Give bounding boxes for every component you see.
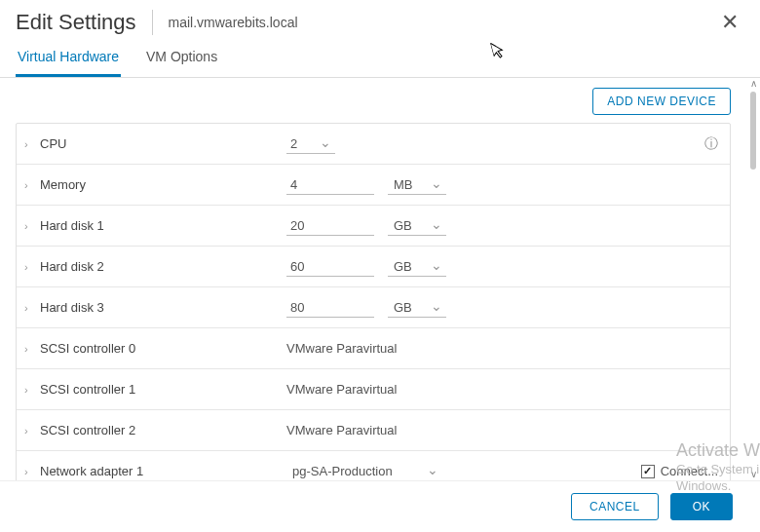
hd3-label: Hard disk 3	[38, 300, 286, 315]
memory-unit[interactable]: MB	[388, 175, 446, 195]
hd2-value[interactable]	[286, 257, 374, 277]
cpu-value[interactable]	[286, 134, 335, 154]
cancel-button[interactable]: CANCEL	[571, 493, 659, 520]
add-new-device-button[interactable]: ADD NEW DEVICE	[592, 88, 731, 115]
dialog-subtitle: mail.vmwarebits.local	[169, 15, 298, 30]
header-divider	[152, 10, 153, 35]
scrollbar[interactable]: ∧ ∨	[748, 78, 758, 480]
device-grid: › CPU ⓘ › Memory MB ›	[16, 123, 731, 480]
chevron-right-icon[interactable]: ›	[24, 138, 38, 150]
row-scsi0: › SCSI controller 0 VMware Paravirtual	[17, 328, 730, 369]
ok-button[interactable]: OK	[670, 493, 733, 520]
net1-connect-checkbox[interactable]	[641, 465, 655, 478]
chevron-right-icon[interactable]: ›	[24, 466, 38, 477]
hd2-label: Hard disk 2	[38, 259, 286, 274]
row-scsi1: › SCSI controller 1 VMware Paravirtual	[17, 369, 730, 410]
row-net1: › Network adapter 1 pg-SA-Production Con…	[17, 451, 730, 480]
scsi1-text: VMware Paravirtual	[286, 382, 397, 397]
hd1-label: Hard disk 1	[38, 218, 286, 233]
scsi2-text: VMware Paravirtual	[286, 423, 397, 437]
chevron-right-icon[interactable]: ›	[24, 384, 38, 396]
hd1-value[interactable]	[286, 216, 374, 236]
hd3-unit[interactable]: GB	[388, 298, 446, 318]
row-hd1: › Hard disk 1 GB	[17, 206, 730, 247]
row-scsi2: › SCSI controller 2 VMware Paravirtual	[17, 410, 730, 451]
net1-select[interactable]: pg-SA-Production	[286, 462, 442, 481]
row-hd3: › Hard disk 3 GB	[17, 287, 730, 328]
chevron-right-icon[interactable]: ›	[24, 343, 38, 355]
scroll-down-icon[interactable]: ∨	[748, 469, 758, 480]
hd3-value[interactable]	[286, 298, 374, 318]
row-hd2: › Hard disk 2 GB	[17, 247, 730, 287]
chevron-right-icon[interactable]: ›	[24, 220, 38, 232]
net1-label: Network adapter 1	[38, 464, 286, 478]
scsi0-label: SCSI controller 0	[38, 341, 286, 356]
scsi0-text: VMware Paravirtual	[286, 341, 397, 356]
tab-vm-options[interactable]: VM Options	[144, 41, 219, 77]
hd1-unit[interactable]: GB	[388, 216, 446, 236]
chevron-right-icon[interactable]: ›	[24, 261, 38, 273]
hd2-unit[interactable]: GB	[388, 257, 446, 277]
memory-label: Memory	[38, 177, 286, 192]
info-icon[interactable]: ⓘ	[704, 135, 718, 153]
tab-virtual-hardware[interactable]: Virtual Hardware	[16, 41, 121, 77]
scroll-up-icon[interactable]: ∧	[748, 78, 758, 90]
net1-connect-label: Connect...	[661, 464, 718, 478]
scsi2-label: SCSI controller 2	[38, 423, 286, 437]
chevron-right-icon[interactable]: ›	[24, 425, 38, 437]
chevron-right-icon[interactable]: ›	[24, 179, 38, 191]
chevron-right-icon[interactable]: ›	[24, 302, 38, 314]
scroll-thumb[interactable]	[750, 92, 756, 170]
memory-value[interactable]	[286, 175, 374, 195]
close-icon[interactable]: ✕	[715, 10, 744, 35]
cpu-label: CPU	[38, 136, 286, 151]
dialog-title: Edit Settings	[16, 10, 136, 35]
scsi1-label: SCSI controller 1	[38, 382, 286, 397]
row-cpu: › CPU ⓘ	[17, 124, 730, 165]
row-memory: › Memory MB	[17, 165, 730, 206]
